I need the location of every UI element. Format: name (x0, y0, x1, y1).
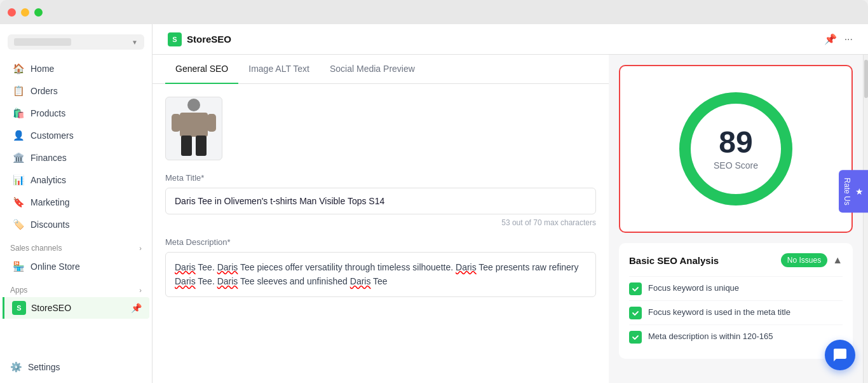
store-name (14, 38, 71, 46)
scrollbar-thumb[interactable] (864, 60, 868, 98)
sidebar-item-finances[interactable]: 🏛️ Finances (3, 147, 149, 169)
svg-rect-5 (196, 136, 207, 156)
storeseo-label: StoreSEO (31, 303, 126, 313)
collapse-button[interactable]: ▲ (832, 254, 843, 266)
chat-button[interactable] (825, 340, 855, 370)
sidebar-item-orders[interactable]: 📋 Orders (3, 80, 149, 102)
chevron-right-icon: › (139, 286, 142, 294)
scrollbar-track[interactable] (863, 55, 868, 383)
svg-rect-1 (180, 113, 208, 137)
pin-icon: 📌 (131, 303, 142, 313)
seo-score-card: 89 SEO Score (619, 65, 853, 233)
sales-channels-section: Sales channels › (0, 236, 152, 255)
sidebar-item-label: Online Store (31, 261, 80, 272)
svg-point-0 (187, 99, 200, 111)
tab-image-alt[interactable]: Image ALT Text (238, 55, 320, 84)
chat-icon (832, 347, 848, 363)
svg-rect-2 (172, 114, 180, 132)
sidebar-item-label: Customers (31, 130, 74, 141)
products-icon: 🛍️ (13, 108, 24, 119)
sidebar-item-label: Marketing (31, 197, 69, 207)
sidebar-item-discounts[interactable]: 🏷️ Discounts (3, 214, 149, 235)
sidebar-item-customers[interactable]: 👤 Customers (3, 125, 149, 146)
sidebar-item-products[interactable]: 🛍️ Products (3, 102, 149, 124)
chevron-down-icon: ▼ (132, 39, 138, 46)
marketing-icon: 🔖 (13, 197, 24, 208)
score-number: 89 (714, 127, 758, 158)
app-container: ▼ 🏠 Home 📋 Orders 🛍️ Products 👤 Customer… (0, 24, 868, 383)
minimize-button[interactable] (21, 8, 29, 17)
pin-icon[interactable]: 📌 (824, 33, 837, 45)
app-header: S StoreSEO 📌 ··· (153, 24, 868, 55)
titlebar (0, 0, 868, 24)
product-section: Meta Title* Daris Tee in Olivemen's t-sh… (153, 84, 609, 310)
tab-general-seo[interactable]: General SEO (165, 55, 238, 84)
analysis-item-meta-desc: Meta description is within 120-165 (629, 324, 843, 349)
check-icon (629, 282, 642, 295)
analytics-icon: 📊 (13, 174, 24, 186)
sidebar-item-label: Analytics (31, 175, 66, 185)
sidebar-item-label: Finances (31, 153, 67, 163)
maximize-button[interactable] (34, 8, 43, 17)
checkmark-icon (632, 333, 639, 341)
tab-social-media[interactable]: Social Media Preview (320, 55, 425, 84)
sidebar-item-marketing[interactable]: 🔖 Marketing (3, 192, 149, 213)
star-icon: ★ (854, 186, 864, 197)
highlighted-word: Daris (175, 276, 196, 286)
tab-bar: General SEO Image ALT Text Social Media … (153, 55, 609, 84)
svg-rect-3 (207, 114, 216, 132)
apps-label: Apps (10, 286, 27, 295)
no-issues-badge: No Issues (781, 253, 827, 267)
left-panel: General SEO Image ALT Text Social Media … (153, 55, 609, 383)
rate-us-label: Rate Us (843, 178, 851, 205)
sales-channels-label: Sales channels (10, 244, 62, 253)
product-image (165, 97, 222, 160)
close-button[interactable] (8, 8, 16, 17)
analysis-item-text: Focus keyword is unique (648, 282, 739, 295)
home-icon: 🏠 (13, 63, 24, 74)
analysis-title: Basic SEO Analysis (629, 255, 719, 266)
apps-section: Apps › (0, 278, 152, 297)
highlighted-word: Daris (217, 276, 238, 286)
score-label: SEO Score (714, 160, 758, 171)
sidebar-item-label: Discounts (31, 219, 69, 230)
meta-title-field[interactable]: Daris Tee in Olivemen's t-shirts Man Vis… (165, 188, 596, 214)
right-panel: 89 SEO Score Basic SEO Analysis No Issue… (609, 55, 863, 383)
score-circle: 89 SEO Score (672, 85, 799, 212)
sidebar: ▼ 🏠 Home 📋 Orders 🛍️ Products 👤 Customer… (0, 24, 153, 383)
rate-us-button[interactable]: ★ Rate Us (839, 170, 868, 212)
checkmark-icon (632, 309, 639, 317)
analysis-header: Basic SEO Analysis No Issues ▲ (629, 253, 843, 267)
main-content: S StoreSEO 📌 ··· General SEO Image ALT T… (153, 24, 868, 383)
sidebar-item-online-store[interactable]: 🏪 Online Store (3, 256, 149, 277)
meta-description-field[interactable]: Daris Tee. Daris Tee pieces offer versat… (165, 252, 596, 297)
sidebar-nav: 🏠 Home 📋 Orders 🛍️ Products 👤 Customers … (0, 57, 152, 356)
meta-title-label: Meta Title* (165, 173, 596, 183)
app-logo: S (168, 32, 182, 46)
sidebar-item-label: Home (31, 64, 54, 74)
product-figure-svg (168, 99, 219, 159)
app-header-right: 📌 ··· (824, 33, 853, 45)
check-icon (629, 307, 642, 319)
analysis-item-text: Focus keyword is used in the meta title (648, 306, 790, 319)
highlighted-word: Daris (456, 262, 477, 272)
sidebar-item-label: Orders (31, 86, 58, 96)
checkmark-icon (632, 285, 639, 293)
chevron-right-icon: › (139, 244, 142, 252)
settings-icon: ⚙️ (10, 361, 22, 373)
analysis-item-unique: Focus keyword is unique (629, 276, 843, 300)
orders-icon: 📋 (13, 85, 24, 97)
sidebar-item-settings[interactable]: ⚙️ Settings (0, 356, 152, 383)
sidebar-item-label: Products (31, 108, 65, 118)
highlighted-word: Daris (217, 262, 238, 272)
highlighted-word: Daris (175, 262, 196, 272)
meta-title-hint: 53 out of 70 max characters (165, 218, 596, 227)
store-selector[interactable]: ▼ (8, 34, 144, 50)
sidebar-item-home[interactable]: 🏠 Home (3, 58, 149, 80)
sidebar-item-analytics[interactable]: 📊 Analytics (3, 169, 149, 191)
meta-description-label: Meta Description* (165, 237, 596, 247)
highlighted-word: Daris (350, 276, 371, 286)
sidebar-item-storeseo[interactable]: S StoreSEO 📌 (3, 297, 149, 319)
more-options-icon[interactable]: ··· (844, 34, 853, 45)
discounts-icon: 🏷️ (13, 219, 24, 230)
